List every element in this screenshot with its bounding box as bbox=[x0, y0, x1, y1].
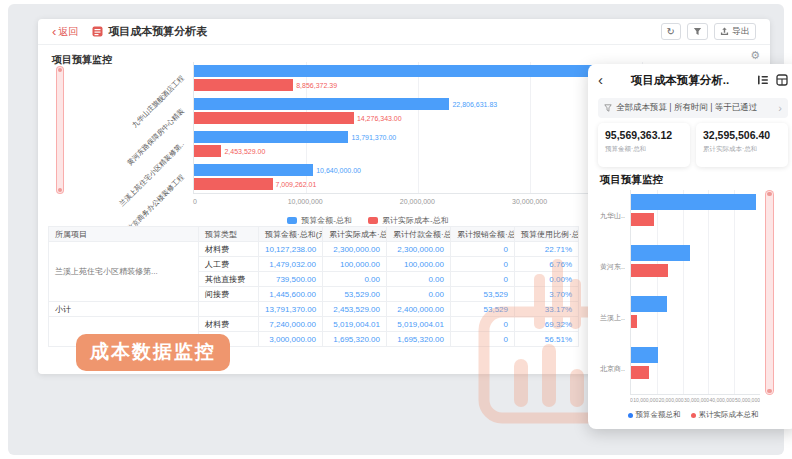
x-tick: 20,000,000 bbox=[659, 397, 684, 403]
actual-cost-bar[interactable] bbox=[631, 264, 668, 277]
legend-item-actual[interactable]: 累计实际成本-总和 bbox=[368, 215, 449, 226]
cell: 5,019,004.01 bbox=[323, 317, 387, 332]
budget-bar[interactable] bbox=[631, 296, 667, 312]
stat-value: 95,569,363.12 bbox=[605, 129, 683, 141]
back-icon: ‹ bbox=[52, 27, 56, 37]
budget-bar[interactable] bbox=[194, 131, 348, 143]
cell: 0 bbox=[451, 317, 515, 332]
back-label: 返回 bbox=[58, 25, 78, 39]
cell bbox=[199, 302, 259, 317]
cell: 0.00 bbox=[323, 272, 387, 287]
cell: 间接费 bbox=[199, 287, 259, 302]
list-view-icon[interactable] bbox=[757, 74, 769, 86]
legend-label: 预算金额-总和 bbox=[301, 215, 352, 226]
legend-item-budget[interactable]: 预算金额-总和 bbox=[287, 215, 352, 226]
header-cell: 累计实际成本·总和(元) bbox=[323, 227, 387, 242]
cell: 0 bbox=[451, 332, 515, 347]
cell: 0 bbox=[451, 242, 515, 257]
legend-dot-blue bbox=[628, 413, 633, 418]
scrollbar-handle-top[interactable] bbox=[767, 192, 772, 196]
export-label: 导出 bbox=[732, 25, 750, 38]
x-tick: 10,000,000 bbox=[633, 397, 658, 403]
back-button[interactable]: ‹ 返回 bbox=[52, 25, 78, 39]
scrollbar-handle-bottom[interactable] bbox=[767, 389, 772, 393]
cell: 22.71% bbox=[515, 242, 579, 257]
actual-cost-bar[interactable] bbox=[194, 145, 221, 157]
stat-actual-total: 32,595,506.40 累计实际成本·总和 bbox=[696, 123, 788, 167]
cell: 3.70% bbox=[515, 287, 579, 302]
bar-value-label: 7,009,262.01 bbox=[276, 181, 317, 188]
cell: 33.17% bbox=[515, 302, 579, 317]
cell: 0 bbox=[451, 257, 515, 272]
panel-x-axis: 0 10,000,000 20,000,000 30,000,000 40,00… bbox=[630, 397, 760, 403]
x-tick: 30,000,000 bbox=[512, 198, 547, 205]
x-tick: 10,000,000 bbox=[288, 198, 323, 205]
budget-bar[interactable] bbox=[631, 194, 756, 210]
refresh-icon: ↻ bbox=[667, 27, 675, 36]
cell: 53,529 bbox=[451, 302, 515, 317]
panel-plot-area bbox=[630, 190, 760, 395]
refresh-button[interactable]: ↻ bbox=[661, 23, 681, 40]
actual-cost-bar[interactable] bbox=[194, 79, 293, 91]
actual-cost-bar[interactable] bbox=[194, 178, 273, 190]
actual-cost-bar[interactable] bbox=[194, 112, 354, 124]
actual-cost-bar[interactable] bbox=[631, 315, 637, 328]
toolbar: ↻ 导出 bbox=[661, 23, 756, 40]
header-cell: 累计报销金额·总和(元) bbox=[451, 227, 515, 242]
stat-value: 32,595,506.40 bbox=[703, 129, 781, 141]
panel-chart-scrollbar[interactable] bbox=[765, 190, 774, 395]
cell: 2,300,000.00 bbox=[323, 242, 387, 257]
stat-label: 累计实际成本·总和 bbox=[703, 145, 781, 154]
bar-value-label: 22,806,631.83 bbox=[452, 101, 497, 108]
project-cell: 兰溪上苑住宅小区精装修第... bbox=[49, 242, 199, 302]
legend-item-actual[interactable]: 累计实际成本总和 bbox=[691, 410, 759, 420]
form-icon bbox=[92, 26, 103, 37]
bar-group bbox=[631, 241, 760, 292]
table-header-row: 所属项目 预算类型 预算金额·总和(元) 累计实际成本·总和(元) 累计付款金额… bbox=[49, 227, 579, 242]
stat-cards: 95,569,363.12 预算金额·总和 32,595,506.40 累计实际… bbox=[598, 123, 788, 167]
filter-button[interactable] bbox=[687, 23, 708, 40]
cell: 53,529.00 bbox=[323, 287, 387, 302]
section-header: 项目预算监控 ⚙ bbox=[52, 49, 760, 63]
bar-value-label: 8,856,372.39 bbox=[296, 82, 337, 89]
budget-bar[interactable] bbox=[631, 347, 658, 363]
category-axis: 九华山庄旗舰酒店工程 黄河东路保障房中心精装 兰溪上苑住宅小区精装修第.. 北京… bbox=[38, 62, 188, 194]
cell: 小计 bbox=[49, 302, 199, 317]
category-label: 兰溪上.. bbox=[600, 292, 630, 343]
bar-group bbox=[631, 190, 760, 241]
cell: 5,019,004.01 bbox=[387, 317, 451, 332]
mobile-preview-panel: ‹ 项目成本预算分析.. 全部成本预算 | 所有时间 | 等于已通过 › 95,… bbox=[588, 64, 792, 429]
chevron-right-icon: › bbox=[778, 102, 782, 114]
chart-legend: 预算金额-总和 累计实际成本-总和 bbox=[148, 215, 588, 226]
budget-bar[interactable] bbox=[631, 245, 690, 261]
cell: 1,695,320.00 bbox=[323, 332, 387, 347]
header-cell: 预算使用比例·总和(%) bbox=[515, 227, 579, 242]
filter-bar[interactable]: 全部成本预算 | 所有时间 | 等于已通过 › bbox=[598, 98, 788, 118]
category-label: 黄河东.. bbox=[600, 241, 630, 292]
export-button[interactable]: 导出 bbox=[714, 23, 756, 40]
stat-label: 预算金额·总和 bbox=[605, 145, 683, 154]
legend-dot-red bbox=[691, 413, 696, 418]
budget-table: 所属项目 预算类型 预算金额·总和(元) 累计实际成本·总和(元) 累计付款金额… bbox=[48, 226, 579, 347]
budget-bar[interactable] bbox=[194, 164, 313, 176]
cell: 1,695,320.00 bbox=[387, 332, 451, 347]
filter-text: 全部成本预算 | 所有时间 | 等于已通过 bbox=[616, 102, 757, 114]
actual-cost-bar[interactable] bbox=[631, 366, 649, 379]
x-tick: 50,000,000 bbox=[735, 397, 760, 403]
cell: 材料费 bbox=[199, 242, 259, 257]
legend-item-budget[interactable]: 预算金额总和 bbox=[628, 410, 681, 420]
header-cell: 累计付款金额·总和(元) bbox=[387, 227, 451, 242]
legend-label: 累计实际成本总和 bbox=[699, 410, 759, 420]
panel-title: 项目成本预算分析.. bbox=[603, 73, 757, 88]
budget-bar[interactable] bbox=[194, 98, 449, 110]
panel-section-title: 项目预算监控 bbox=[600, 173, 663, 187]
cell: 材料费 bbox=[199, 317, 259, 332]
cell: 13,791,370.00 bbox=[259, 302, 323, 317]
legend-swatch-blue bbox=[287, 217, 297, 224]
grid-view-icon[interactable] bbox=[776, 74, 788, 86]
cell: 0.00 bbox=[387, 272, 451, 287]
actual-cost-bar[interactable] bbox=[631, 213, 654, 226]
panel-budget-chart: 九华山.. 黄河东.. 兰溪上.. 北京商.. bbox=[600, 190, 760, 395]
settings-icon[interactable]: ⚙ bbox=[750, 49, 760, 61]
header-cell: 预算类型 bbox=[199, 227, 259, 242]
